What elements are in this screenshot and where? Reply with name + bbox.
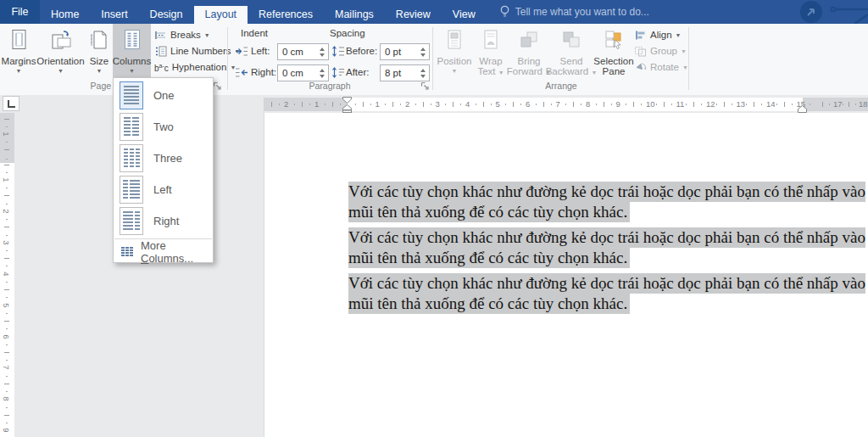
indent-header: Indent [241,28,268,38]
dropdown-caret: ▼ [204,32,210,38]
hanging-indent-marker[interactable] [342,104,352,113]
tab-file[interactable]: File [0,0,40,24]
document-page[interactable]: Với các tùy chọn khác như đường kẻ dọc t… [264,113,868,437]
right-indent-marker[interactable] [798,105,807,113]
paragraph[interactable]: Với các tùy chọn khác như đường kẻ dọc t… [348,182,857,222]
columns-option-two[interactable]: Two [114,111,213,143]
spinner-up[interactable] [320,69,325,72]
group-button[interactable]: Group ▼ [634,44,687,58]
ruler-tick [415,104,416,105]
paragraph-line[interactable]: Với các tùy chọn khác như đường kẻ dọc t… [348,227,865,248]
indent-left-field[interactable]: 0 cm [277,43,329,60]
vertical-ruler: 1123456789 [0,113,14,437]
paragraph-line[interactable]: mũi tên thả xuống để có các tùy chọn khá… [348,202,630,222]
ruler-number: 8 [586,98,590,111]
margins-icon [9,27,28,53]
ruler-number: 1 [314,98,319,111]
indent-right-field[interactable]: 0 cm [277,64,329,81]
spacing-after-field[interactable]: 8 pt [380,64,430,81]
paragraph[interactable]: Với các tùy chọn khác như đường kẻ dọc t… [348,273,857,314]
paragraph-dialog-launcher[interactable] [420,81,430,91]
spinner-up[interactable] [320,48,325,51]
tab-design[interactable]: Design [139,6,194,24]
spinner-down[interactable] [420,75,426,78]
wrap-text-button[interactable]: WrapText ▼ [473,24,509,95]
ruler-tick [596,104,597,105]
ruler-tick [302,102,303,107]
spinner-up[interactable] [420,48,426,51]
tab-view[interactable]: View [442,6,487,24]
paragraph-line[interactable]: Với các tùy chọn khác như đường kẻ dọc t… [348,182,865,202]
indent-right-value: 0 cm [282,68,320,78]
paragraph-line[interactable]: mũi tên thả xuống để có các tùy chọn khá… [348,294,630,314]
tab-home[interactable]: Home [40,6,90,24]
position-button[interactable]: Position ▼ [436,24,473,95]
dropdown-caret: ▼ [676,32,682,38]
selection-pane-button[interactable]: SelectionPane [593,24,634,95]
columns-option-three[interactable]: Three [114,143,213,174]
hyphenation-button[interactable]: ba-c Hyphenation ▼ [154,60,236,74]
ruler-tick [271,102,272,107]
tab-strip: HomeInsertDesignLayoutReferencesMailings… [40,0,487,24]
orientation-button[interactable]: Orientation ▼ [36,24,85,95]
breaks-button[interactable]: Breaks ▼ [154,28,210,42]
ruler-tick [6,282,8,283]
paragraph[interactable]: Với các tùy chọn khác như đường kẻ dọc t… [348,227,857,268]
columns-option-one[interactable]: One [114,80,213,111]
ruler-tick [4,352,9,353]
dropdown-caret: ▼ [16,68,22,74]
tell-me-text: Tell me what you want to do... [515,6,649,18]
spinner-down[interactable] [320,53,325,57]
ruler-tick [363,102,364,107]
columns-button[interactable]: Columns ▼ [113,24,151,77]
ruler-number: 6 [526,98,530,111]
selected-text[interactable]: Với các tùy chọn khác như đường kẻ dọc t… [348,182,857,319]
recorder-logo-icon [800,1,822,23]
ruler-tick [4,165,9,165]
spinner-down[interactable] [320,75,325,78]
columns-option-right[interactable]: Right [114,205,213,237]
spacing-before-label: Before: [346,46,377,56]
spinner-down[interactable] [420,53,426,57]
group-divider [227,27,228,90]
bring-forward-button[interactable]: BringForward ▼ [509,24,549,95]
spacing-after-label: After: [346,67,369,77]
margins-button[interactable]: Margins ▼ [2,24,36,95]
ruler-tick [6,126,8,127]
paragraph-line[interactable]: Với các tùy chọn khác như đường kẻ dọc t… [348,273,865,294]
ruler-tick [4,384,9,384]
spinner-up[interactable] [420,69,426,72]
ruler-tick [520,104,521,105]
paragraph-line[interactable]: mũi tên thả xuống để có các tùy chọn khá… [348,248,630,268]
selection-pane-icon [604,27,624,53]
ruler-tick [460,104,461,105]
spacing-after-icon [331,67,345,78]
ruler-tick [423,102,424,107]
first-line-indent-marker[interactable] [342,97,352,104]
spacing-before-field[interactable]: 0 pt [380,43,430,60]
tab-insert[interactable]: Insert [90,6,138,24]
columns-option-more-columns[interactable]: More Columns... [114,241,213,262]
ruler-number: 18 [859,98,868,111]
ruler-tick [565,104,566,105]
ruler-tick [843,104,843,105]
rotate-button[interactable]: Rotate ▼ [634,60,688,74]
wrap-text-icon [481,27,500,53]
columns-icon [122,27,142,53]
tab-review[interactable]: Review [385,6,442,24]
ruler-tick [754,102,754,107]
columns-option-left[interactable]: Left [114,174,213,205]
tab-layout[interactable]: Layout [194,6,248,24]
page-setup-dialog-launcher[interactable] [213,81,222,91]
ruler-tick [724,102,725,107]
ruler-tick [4,195,9,196]
ruler-number: 4 [465,98,470,111]
tab-mailings[interactable]: Mailings [324,6,385,24]
align-button[interactable]: Align ▼ [634,28,682,42]
ruler-tick [849,102,849,107]
tell-me-box[interactable]: Tell me what you want to do... [500,0,649,24]
tab-selector[interactable] [3,96,19,111]
tab-references[interactable]: References [248,6,324,24]
dropdown-caret: ▼ [97,68,103,74]
ruler-tick [573,102,574,107]
